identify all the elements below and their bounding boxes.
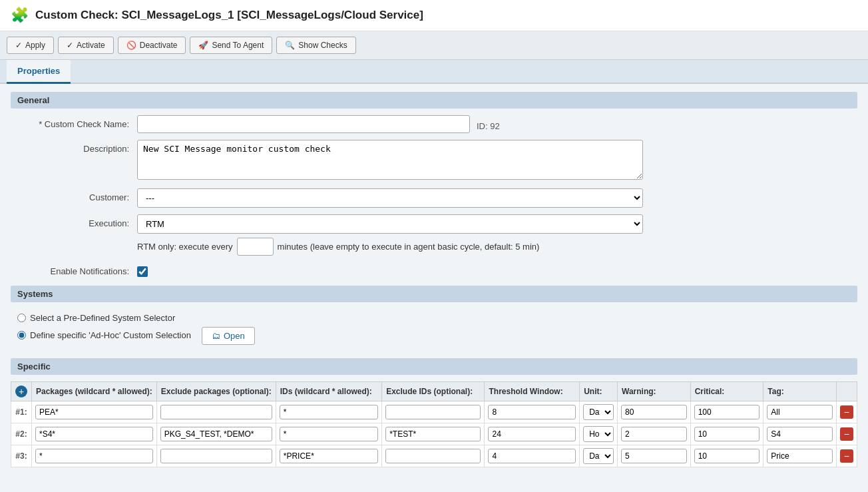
list-icon: 🔍 — [285, 41, 295, 50]
content: General * Custom Check Name: SCI_Message… — [0, 84, 868, 475]
threshold-input[interactable] — [488, 449, 576, 463]
id-label: ID: 92 — [477, 117, 500, 131]
deactivate-button[interactable]: 🚫 Deactivate — [118, 37, 186, 54]
rtm-note-suffix: minutes (leave empty to execute in agent… — [278, 242, 540, 252]
col-remove — [836, 382, 857, 401]
critical-input[interactable] — [694, 405, 760, 419]
critical-input[interactable] — [694, 427, 760, 441]
custom-check-name-label: * Custom Check Name: — [17, 115, 137, 129]
unit-select[interactable]: DaysHoursMinutes — [583, 448, 614, 464]
specific-header: Specific — [11, 358, 857, 375]
ids-input[interactable] — [280, 449, 378, 463]
title-bar: 🧩 Custom Check: SCI_MessageLogs_1 [SCI_M… — [0, 0, 868, 31]
check-icon: ✓ — [15, 41, 22, 50]
col-ids: IDs (wildcard * allowed): — [276, 382, 381, 401]
warning-input[interactable] — [621, 449, 687, 463]
tag-input[interactable] — [767, 449, 833, 463]
specific-section: Specific + Packages (wildcard * allowed)… — [11, 358, 857, 467]
table-row: #3:DaysHoursMinutes− — [11, 445, 857, 467]
row-num: #2: — [11, 423, 32, 445]
col-packages: Packages (wildcard * allowed): — [32, 382, 157, 401]
page-title: Custom Check: SCI_MessageLogs_1 [SCI_Mes… — [35, 9, 423, 22]
packages-input[interactable] — [35, 427, 153, 441]
col-exclude-ids: Exclude IDs (optional): — [382, 382, 485, 401]
radio-predefined-label: Select a Pre-Defined System Selector — [30, 313, 175, 323]
col-warning: Warning: — [618, 382, 691, 401]
tag-input[interactable] — [767, 405, 833, 419]
show-checks-button[interactable]: 🔍 Show Checks — [276, 37, 355, 54]
table-row: #1:DaysHoursMinutes− — [11, 401, 857, 423]
activate-button[interactable]: ✓ Activate — [58, 37, 114, 54]
exclude-packages-input[interactable] — [160, 427, 272, 441]
exclude-ids-input[interactable] — [385, 405, 481, 419]
col-exclude-packages: Exclude packages (optional): — [156, 382, 276, 401]
systems-section: Systems Select a Pre-Defined System Sele… — [11, 286, 857, 352]
puzzle-icon: 🧩 — [11, 7, 29, 24]
remove-row-button[interactable]: − — [840, 405, 853, 419]
enable-notifications-row: Enable Notifications: — [11, 262, 857, 279]
radio-adhoc: Define specific 'Ad-Hoc' Custom Selectio… — [17, 326, 851, 345]
custom-check-name-input[interactable]: SCI_MessageLogs_1 — [137, 115, 470, 133]
enable-notifications-checkbox[interactable] — [137, 266, 148, 277]
exclude-packages-input[interactable] — [160, 405, 272, 419]
customer-label: Customer: — [17, 188, 137, 202]
col-threshold: Threshold Window: — [485, 382, 580, 401]
open-icon: 🗂 — [212, 331, 220, 341]
tab-properties[interactable]: Properties — [7, 60, 71, 84]
unit-select[interactable]: DaysHoursMinutes — [583, 404, 614, 420]
activate-icon: ✓ — [67, 41, 73, 50]
description-row: Description: New SCI Message monitor cus… — [11, 140, 857, 182]
remove-row-button[interactable]: − — [840, 427, 853, 441]
unit-select[interactable]: DaysHoursMinutes — [583, 426, 614, 442]
packages-input[interactable] — [35, 405, 153, 419]
exclude-ids-input[interactable] — [385, 427, 481, 441]
add-row-button[interactable]: + — [15, 385, 27, 397]
col-add: + — [11, 382, 32, 401]
radio-adhoc-label: Define specific 'Ad-Hoc' Custom Selectio… — [30, 330, 191, 340]
enable-notifications-label: Enable Notifications: — [17, 262, 137, 276]
description-label: Description: — [17, 140, 137, 154]
radio-adhoc-input[interactable] — [17, 331, 26, 340]
apply-button[interactable]: ✓ Apply — [7, 37, 54, 54]
customer-row: Customer: --- — [11, 188, 857, 208]
rtm-note: RTM only: execute every — [137, 242, 233, 252]
open-button[interactable]: 🗂 Open — [202, 327, 255, 345]
row-num: #1: — [11, 401, 32, 423]
tabs-bar: Properties — [0, 60, 868, 84]
toolbar: ✓ Apply ✓ Activate 🚫 Deactivate 🚀 Send T… — [0, 31, 868, 60]
execution-select[interactable]: RTM Agent Passive — [137, 214, 643, 234]
radio-predefined-input[interactable] — [17, 314, 26, 322]
specific-table-wrap: + Packages (wildcard * allowed): Exclude… — [11, 381, 857, 467]
radio-predefined: Select a Pre-Defined System Selector — [17, 313, 851, 323]
deactivate-icon: 🚫 — [126, 41, 136, 50]
general-header: General — [11, 92, 857, 109]
remove-row-button[interactable]: − — [840, 449, 853, 463]
threshold-input[interactable] — [488, 405, 576, 419]
systems-header: Systems — [11, 286, 857, 302]
warning-input[interactable] — [621, 427, 687, 441]
customer-select[interactable]: --- — [137, 188, 643, 208]
packages-input[interactable] — [35, 449, 153, 463]
send-to-agent-button[interactable]: 🚀 Send To Agent — [190, 37, 272, 54]
description-input[interactable]: New SCI Message monitor custom check — [137, 140, 643, 180]
rtm-minutes-input[interactable] — [237, 238, 274, 256]
exclude-ids-input[interactable] — [385, 449, 481, 463]
threshold-input[interactable] — [488, 427, 576, 441]
table-row: #2:DaysHoursMinutes− — [11, 423, 857, 445]
row-num: #3: — [11, 445, 32, 467]
specific-table: + Packages (wildcard * allowed): Exclude… — [11, 381, 857, 467]
exclude-packages-input[interactable] — [160, 449, 272, 463]
col-critical: Critical: — [690, 382, 763, 401]
warning-input[interactable] — [621, 405, 687, 419]
send-icon: 🚀 — [198, 41, 208, 50]
col-tag: Tag: — [763, 382, 837, 401]
critical-input[interactable] — [694, 449, 760, 463]
col-unit: Unit: — [580, 382, 618, 401]
custom-check-name-row: * Custom Check Name: SCI_MessageLogs_1 I… — [11, 115, 857, 133]
tag-input[interactable] — [767, 427, 833, 441]
ids-input[interactable] — [280, 427, 378, 441]
radio-group: Select a Pre-Defined System Selector Def… — [11, 309, 857, 352]
ids-input[interactable] — [280, 405, 378, 419]
execution-label: Execution: — [17, 214, 137, 228]
general-section: General * Custom Check Name: SCI_Message… — [11, 92, 857, 279]
